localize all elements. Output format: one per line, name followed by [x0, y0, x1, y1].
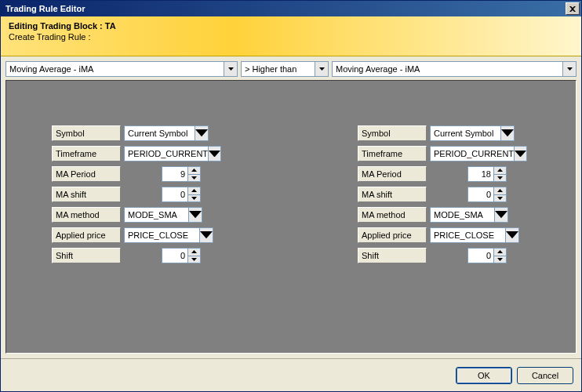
spin-up-icon: [494, 249, 506, 256]
left-symbol-combo[interactable]: Current Symbol: [124, 125, 209, 141]
cancel-button[interactable]: Cancel: [517, 367, 573, 384]
right-shift-spin[interactable]: 0: [467, 248, 507, 263]
row-ma-period: MA Period 9: [52, 165, 221, 183]
label-applied-price: Applied price: [52, 227, 121, 243]
label-ma-period: MA Period: [358, 166, 427, 182]
window-title: Trading Rule Editor: [5, 4, 85, 13]
spin-down-icon: [188, 175, 200, 182]
comparison-value: > Higher than: [245, 64, 296, 74]
ok-button[interactable]: OK: [456, 367, 512, 384]
chevron-down-icon: [500, 126, 514, 140]
spin-down-icon: [494, 256, 506, 263]
spin-up-icon: [494, 167, 506, 175]
right-symbol-combo[interactable]: Current Symbol: [430, 125, 515, 141]
left-applied-price-combo[interactable]: PRICE_CLOSE: [124, 227, 213, 243]
right-applied-price-combo[interactable]: PRICE_CLOSE: [430, 227, 519, 243]
spin-buttons[interactable]: [493, 249, 506, 263]
left-indicator-value: Moving Average - iMA: [9, 64, 93, 74]
right-shift-value: 0: [468, 251, 493, 260]
spin-down-icon: [188, 195, 200, 202]
left-symbol-value: Current Symbol: [128, 129, 187, 138]
spin-up-icon: [188, 187, 200, 195]
right-ma-period-spin[interactable]: 18: [467, 166, 507, 182]
left-shift-spin[interactable]: 0: [162, 248, 201, 263]
close-button[interactable]: [566, 2, 580, 15]
trading-rule-editor-window: Trading Rule Editor Editing Trading Bloc…: [0, 0, 582, 392]
spin-up-icon: [188, 167, 200, 175]
chevron-down-icon: [505, 228, 518, 242]
left-shift-value: 0: [162, 251, 187, 260]
row-ma-period: MA Period 18: [358, 165, 527, 183]
left-ma-shift-value: 0: [162, 190, 187, 199]
right-indicator-value: Moving Average - iMA: [336, 64, 420, 74]
left-ma-period-spin[interactable]: 9: [162, 166, 201, 182]
chevron-down-icon: [315, 62, 328, 76]
left-ma-method-value: MODE_SMA: [128, 210, 177, 220]
label-applied-price: Applied price: [358, 227, 427, 243]
right-ma-method-value: MODE_SMA: [434, 210, 483, 220]
right-params: Symbol Current Symbol Timeframe PERIOD_C…: [358, 125, 527, 264]
left-ma-method-combo[interactable]: MODE_SMA: [124, 207, 202, 223]
chevron-down-icon: [199, 228, 213, 242]
row-ma-method: MA method MODE_SMA: [358, 206, 527, 223]
row-symbol: Symbol Current Symbol: [52, 125, 221, 142]
header-title: Editing Trading Block : TA: [9, 21, 573, 31]
row-ma-shift: MA shift 0: [52, 186, 221, 203]
spin-up-icon: [188, 249, 200, 256]
spin-buttons[interactable]: [187, 249, 200, 263]
chevron-down-icon: [195, 126, 208, 140]
chevron-down-icon: [514, 147, 526, 161]
label-ma-shift: MA shift: [52, 187, 121, 202]
chevron-down-icon: [494, 208, 507, 222]
right-ma-method-combo[interactable]: MODE_SMA: [430, 207, 508, 223]
chevron-down-icon: [224, 62, 237, 76]
spin-buttons[interactable]: [187, 187, 200, 201]
spin-down-icon: [494, 175, 506, 182]
row-symbol: Symbol Current Symbol: [358, 125, 527, 142]
row-shift: Shift 0: [52, 247, 221, 264]
label-timeframe: Timeframe: [358, 146, 427, 162]
right-timeframe-value: PERIOD_CURRENT: [434, 149, 514, 158]
left-ma-shift-spin[interactable]: 0: [162, 187, 201, 202]
label-shift: Shift: [52, 248, 121, 263]
spin-buttons[interactable]: [493, 167, 506, 181]
left-ma-period-value: 9: [162, 169, 187, 179]
label-ma-method: MA method: [52, 207, 121, 223]
cancel-label: Cancel: [532, 371, 558, 380]
spin-buttons[interactable]: [493, 187, 506, 201]
spin-down-icon: [188, 256, 200, 263]
left-timeframe-combo[interactable]: PERIOD_CURRENT: [124, 146, 221, 162]
label-ma-shift: MA shift: [358, 187, 427, 202]
content-area: Moving Average - iMA > Higher than Movin…: [1, 56, 581, 358]
right-applied-price-value: PRICE_CLOSE: [434, 230, 494, 240]
left-timeframe-value: PERIOD_CURRENT: [128, 149, 208, 158]
label-symbol: Symbol: [358, 125, 427, 141]
label-ma-method: MA method: [358, 207, 427, 223]
label-timeframe: Timeframe: [52, 146, 121, 162]
close-icon: [569, 6, 576, 12]
label-symbol: Symbol: [52, 125, 121, 141]
titlebar: Trading Rule Editor: [1, 1, 581, 16]
spin-down-icon: [494, 195, 506, 202]
chevron-down-icon: [208, 147, 220, 161]
chevron-down-icon: [562, 62, 576, 76]
right-ma-shift-spin[interactable]: 0: [467, 187, 507, 202]
row-shift: Shift 0: [358, 247, 527, 264]
row-applied-price: Applied price PRICE_CLOSE: [52, 227, 221, 244]
right-ma-period-value: 18: [468, 169, 493, 179]
comparison-combo[interactable]: > Higher than: [241, 61, 329, 77]
header-subtitle: Create Trading Rule :: [9, 32, 573, 42]
chevron-down-icon: [188, 208, 202, 222]
spin-buttons[interactable]: [187, 167, 200, 181]
left-params: Symbol Current Symbol Timeframe PERIOD_C…: [52, 125, 221, 264]
right-timeframe-combo[interactable]: PERIOD_CURRENT: [430, 146, 527, 162]
right-symbol-value: Current Symbol: [434, 129, 493, 138]
comparison-bar: Moving Average - iMA > Higher than Movin…: [5, 61, 577, 77]
label-shift: Shift: [358, 248, 427, 263]
dialog-footer: OK Cancel: [1, 358, 581, 391]
right-indicator-combo[interactable]: Moving Average - iMA: [332, 61, 577, 77]
label-ma-period: MA Period: [52, 166, 121, 182]
left-applied-price-value: PRICE_CLOSE: [128, 230, 188, 240]
spin-up-icon: [494, 187, 506, 195]
left-indicator-combo[interactable]: Moving Average - iMA: [5, 61, 238, 77]
